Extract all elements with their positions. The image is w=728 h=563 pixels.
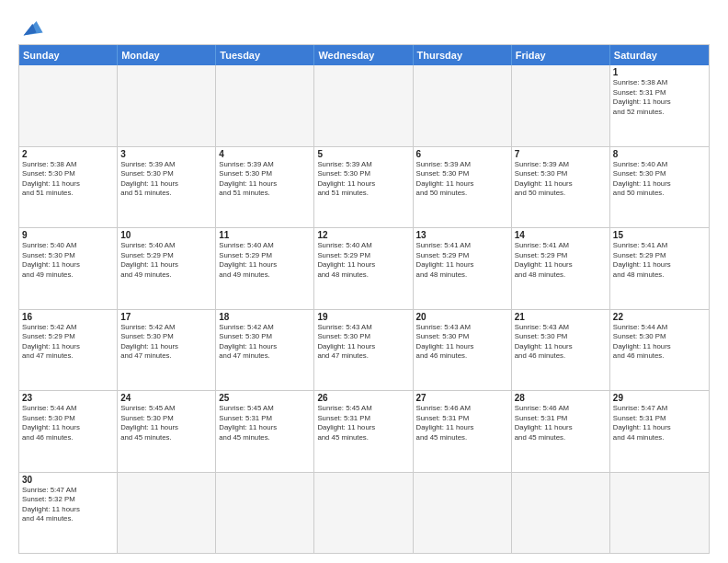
day-cell-17: 17Sunrise: 5:42 AM Sunset: 5:30 PM Dayli… (118, 310, 216, 391)
empty-cell (512, 473, 610, 554)
day-cell-6: 6Sunrise: 5:39 AM Sunset: 5:30 PM Daylig… (414, 147, 512, 228)
day-cell-22: 22Sunrise: 5:44 AM Sunset: 5:30 PM Dayli… (610, 310, 709, 391)
day-cell-8: 8Sunrise: 5:40 AM Sunset: 5:30 PM Daylig… (610, 147, 709, 228)
day-number: 7 (515, 149, 607, 159)
empty-cell (216, 473, 314, 554)
day-cell-5: 5Sunrise: 5:39 AM Sunset: 5:30 PM Daylig… (314, 147, 413, 228)
header-day-sunday: Sunday (19, 45, 118, 65)
day-cell-18: 18Sunrise: 5:42 AM Sunset: 5:30 PM Dayli… (216, 310, 314, 391)
day-number: 30 (22, 475, 114, 485)
day-cell-15: 15Sunrise: 5:41 AM Sunset: 5:29 PM Dayli… (610, 228, 709, 309)
day-cell-4: 4Sunrise: 5:39 AM Sunset: 5:30 PM Daylig… (216, 147, 314, 228)
header-day-saturday: Saturday (610, 45, 709, 65)
day-info: Sunrise: 5:40 AM Sunset: 5:30 PM Dayligh… (22, 241, 114, 280)
header-day-tuesday: Tuesday (216, 45, 314, 65)
day-cell-28: 28Sunrise: 5:46 AM Sunset: 5:31 PM Dayli… (512, 391, 610, 472)
day-cell-23: 23Sunrise: 5:44 AM Sunset: 5:30 PM Dayli… (19, 391, 118, 472)
header (18, 15, 710, 40)
day-cell-24: 24Sunrise: 5:45 AM Sunset: 5:30 PM Dayli… (118, 391, 216, 472)
day-info: Sunrise: 5:40 AM Sunset: 5:29 PM Dayligh… (120, 241, 212, 280)
day-cell-13: 13Sunrise: 5:41 AM Sunset: 5:29 PM Dayli… (414, 228, 512, 309)
day-cell-21: 21Sunrise: 5:43 AM Sunset: 5:30 PM Dayli… (512, 310, 610, 391)
day-number: 26 (317, 393, 409, 403)
day-info: Sunrise: 5:44 AM Sunset: 5:30 PM Dayligh… (22, 404, 114, 442)
day-info: Sunrise: 5:45 AM Sunset: 5:31 PM Dayligh… (219, 404, 311, 442)
day-number: 23 (22, 393, 114, 403)
day-cell-16: 16Sunrise: 5:42 AM Sunset: 5:29 PM Dayli… (19, 310, 118, 391)
day-number: 3 (120, 149, 212, 159)
day-info: Sunrise: 5:38 AM Sunset: 5:31 PM Dayligh… (613, 78, 706, 117)
day-cell-27: 27Sunrise: 5:46 AM Sunset: 5:31 PM Dayli… (414, 391, 512, 472)
day-number: 15 (613, 230, 706, 240)
header-day-friday: Friday (512, 45, 610, 65)
day-info: Sunrise: 5:45 AM Sunset: 5:30 PM Dayligh… (120, 404, 212, 442)
day-info: Sunrise: 5:40 AM Sunset: 5:30 PM Dayligh… (613, 160, 706, 199)
day-cell-29: 29Sunrise: 5:47 AM Sunset: 5:31 PM Dayli… (610, 391, 709, 472)
day-cell-10: 10Sunrise: 5:40 AM Sunset: 5:29 PM Dayli… (118, 228, 216, 309)
day-cell-19: 19Sunrise: 5:43 AM Sunset: 5:30 PM Dayli… (314, 310, 413, 391)
day-number: 22 (613, 312, 706, 322)
empty-cell (118, 65, 216, 146)
empty-cell (19, 65, 118, 146)
day-number: 19 (317, 312, 409, 322)
day-info: Sunrise: 5:46 AM Sunset: 5:31 PM Dayligh… (515, 404, 607, 442)
day-cell-20: 20Sunrise: 5:43 AM Sunset: 5:30 PM Dayli… (414, 310, 512, 391)
day-number: 14 (515, 230, 607, 240)
day-number: 16 (22, 312, 114, 322)
header-day-thursday: Thursday (414, 45, 512, 65)
day-info: Sunrise: 5:38 AM Sunset: 5:30 PM Dayligh… (22, 160, 114, 199)
day-cell-3: 3Sunrise: 5:39 AM Sunset: 5:30 PM Daylig… (118, 147, 216, 228)
day-info: Sunrise: 5:39 AM Sunset: 5:30 PM Dayligh… (120, 160, 212, 199)
empty-cell (118, 473, 216, 554)
day-info: Sunrise: 5:43 AM Sunset: 5:30 PM Dayligh… (515, 323, 607, 362)
day-cell-26: 26Sunrise: 5:45 AM Sunset: 5:31 PM Dayli… (314, 391, 413, 472)
day-cell-2: 2Sunrise: 5:38 AM Sunset: 5:30 PM Daylig… (19, 147, 118, 228)
day-number: 5 (317, 149, 409, 159)
day-number: 17 (120, 312, 212, 322)
day-number: 29 (613, 393, 706, 403)
day-number: 10 (120, 230, 212, 240)
day-number: 27 (416, 393, 508, 403)
day-cell-30: 30Sunrise: 5:47 AM Sunset: 5:32 PM Dayli… (19, 473, 118, 554)
day-info: Sunrise: 5:42 AM Sunset: 5:30 PM Dayligh… (219, 323, 311, 362)
empty-cell (610, 473, 709, 554)
day-number: 21 (515, 312, 607, 322)
day-number: 28 (515, 393, 607, 403)
day-info: Sunrise: 5:47 AM Sunset: 5:31 PM Dayligh… (613, 404, 706, 442)
day-info: Sunrise: 5:41 AM Sunset: 5:29 PM Dayligh… (515, 241, 607, 280)
logo-icon (18, 15, 44, 40)
day-info: Sunrise: 5:45 AM Sunset: 5:31 PM Dayligh… (317, 404, 409, 442)
day-info: Sunrise: 5:40 AM Sunset: 5:29 PM Dayligh… (317, 241, 409, 280)
day-number: 6 (416, 149, 508, 159)
day-number: 18 (219, 312, 311, 322)
day-number: 1 (613, 67, 706, 77)
day-number: 20 (416, 312, 508, 322)
day-info: Sunrise: 5:44 AM Sunset: 5:30 PM Dayligh… (613, 323, 706, 362)
empty-cell (512, 65, 610, 146)
day-info: Sunrise: 5:46 AM Sunset: 5:31 PM Dayligh… (416, 404, 508, 442)
day-info: Sunrise: 5:39 AM Sunset: 5:30 PM Dayligh… (219, 160, 311, 199)
day-cell-1: 1Sunrise: 5:38 AM Sunset: 5:31 PM Daylig… (610, 65, 709, 146)
day-number: 8 (613, 149, 706, 159)
week-row-3: 16Sunrise: 5:42 AM Sunset: 5:29 PM Dayli… (19, 310, 709, 392)
empty-cell (216, 65, 314, 146)
empty-cell (414, 65, 512, 146)
week-row-4: 23Sunrise: 5:44 AM Sunset: 5:30 PM Dayli… (19, 391, 709, 473)
page: SundayMondayTuesdayWednesdayThursdayFrid… (0, 0, 728, 563)
day-cell-11: 11Sunrise: 5:40 AM Sunset: 5:29 PM Dayli… (216, 228, 314, 309)
header-day-monday: Monday (118, 45, 216, 65)
day-cell-14: 14Sunrise: 5:41 AM Sunset: 5:29 PM Dayli… (512, 228, 610, 309)
day-info: Sunrise: 5:42 AM Sunset: 5:29 PM Dayligh… (22, 323, 114, 362)
day-number: 11 (219, 230, 311, 240)
day-cell-12: 12Sunrise: 5:40 AM Sunset: 5:29 PM Dayli… (314, 228, 413, 309)
day-number: 13 (416, 230, 508, 240)
day-info: Sunrise: 5:43 AM Sunset: 5:30 PM Dayligh… (317, 323, 409, 362)
week-row-0: 1Sunrise: 5:38 AM Sunset: 5:31 PM Daylig… (19, 65, 709, 147)
day-number: 12 (317, 230, 409, 240)
day-number: 9 (22, 230, 114, 240)
day-cell-9: 9Sunrise: 5:40 AM Sunset: 5:30 PM Daylig… (19, 228, 118, 309)
calendar: SundayMondayTuesdayWednesdayThursdayFrid… (18, 44, 710, 554)
day-cell-25: 25Sunrise: 5:45 AM Sunset: 5:31 PM Dayli… (216, 391, 314, 472)
cal-body: 1Sunrise: 5:38 AM Sunset: 5:31 PM Daylig… (19, 65, 709, 553)
empty-cell (314, 473, 413, 554)
